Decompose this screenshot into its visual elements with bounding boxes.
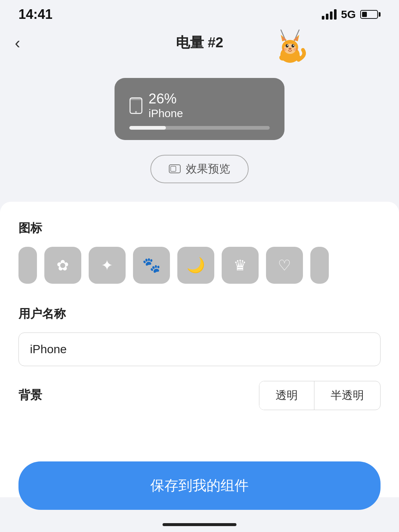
background-section: 背景 透明 半透明	[18, 381, 381, 410]
status-time: 14:41	[18, 7, 52, 22]
icon-item-flower[interactable]: ✿	[44, 247, 81, 284]
battery-progress-track	[129, 126, 270, 130]
status-bar: 14:41 5G	[0, 0, 399, 26]
home-indicator	[163, 523, 236, 526]
svg-rect-22	[171, 166, 176, 171]
header: ‹ 电量 #2	[0, 26, 399, 63]
icon-item-crown[interactable]: ♛	[222, 247, 259, 284]
svg-point-9	[286, 44, 289, 48]
svg-point-12	[293, 45, 294, 46]
svg-point-20	[135, 111, 137, 113]
svg-marker-5	[293, 35, 299, 41]
widget-device-name: iPhone	[149, 107, 183, 120]
page-title: 电量 #2	[176, 33, 224, 52]
save-button[interactable]: 保存到我的组件	[18, 461, 381, 510]
network-type: 5G	[341, 8, 356, 21]
battery-icon	[360, 10, 381, 19]
settings-panel: 图标 ✿ ✦ 🐾 🌙 ♛ ♡ 用户名称 背景 透明 半透明	[0, 202, 399, 497]
svg-point-8	[284, 44, 296, 54]
phone-icon	[129, 97, 143, 114]
svg-point-17	[293, 55, 301, 61]
save-button-container: 保存到我的组件	[18, 461, 381, 510]
icon-item-more[interactable]	[310, 247, 329, 284]
icon-item-paw[interactable]: 🐾	[133, 247, 170, 284]
icon-item-moon[interactable]: 🌙	[177, 247, 214, 284]
username-input[interactable]	[18, 332, 381, 366]
svg-point-16	[279, 55, 287, 61]
battery-widget: 26% iPhone	[115, 78, 284, 140]
svg-line-1	[291, 30, 299, 48]
svg-point-11	[287, 45, 288, 46]
svg-rect-19	[130, 98, 142, 100]
signal-icon	[322, 9, 337, 20]
preview-icon	[169, 164, 181, 173]
status-icons: 5G	[322, 8, 381, 21]
bg-semi-transparent-btn[interactable]: 半透明	[314, 381, 380, 410]
svg-point-3	[282, 40, 298, 55]
icon-item-sparkle[interactable]: ✦	[89, 247, 126, 284]
svg-marker-6	[282, 36, 286, 41]
svg-point-2	[280, 47, 300, 63]
svg-point-15	[293, 48, 298, 51]
icon-item-partial[interactable]	[18, 247, 37, 284]
preview-area: 26% iPhone 效果预览	[0, 63, 399, 202]
icon-section-label: 图标	[18, 220, 381, 236]
svg-point-10	[291, 44, 294, 48]
background-label: 背景	[18, 387, 42, 403]
svg-marker-4	[281, 35, 287, 41]
back-button[interactable]: ‹	[15, 34, 20, 52]
battery-percent: 26%	[149, 91, 183, 107]
svg-point-13	[289, 48, 291, 50]
preview-button[interactable]: 效果预览	[150, 155, 249, 183]
svg-marker-7	[294, 36, 298, 41]
bg-transparent-btn[interactable]: 透明	[259, 381, 314, 410]
username-section: 用户名称	[18, 306, 381, 366]
username-label: 用户名称	[18, 306, 381, 322]
svg-point-14	[282, 48, 287, 51]
background-toggle: 透明 半透明	[259, 381, 381, 410]
preview-label: 效果预览	[186, 161, 230, 177]
battery-progress-fill	[129, 126, 166, 130]
icon-item-heart[interactable]: ♡	[266, 247, 303, 284]
svg-line-0	[281, 30, 289, 48]
icon-row: ✿ ✦ 🐾 🌙 ♛ ♡	[18, 247, 381, 287]
